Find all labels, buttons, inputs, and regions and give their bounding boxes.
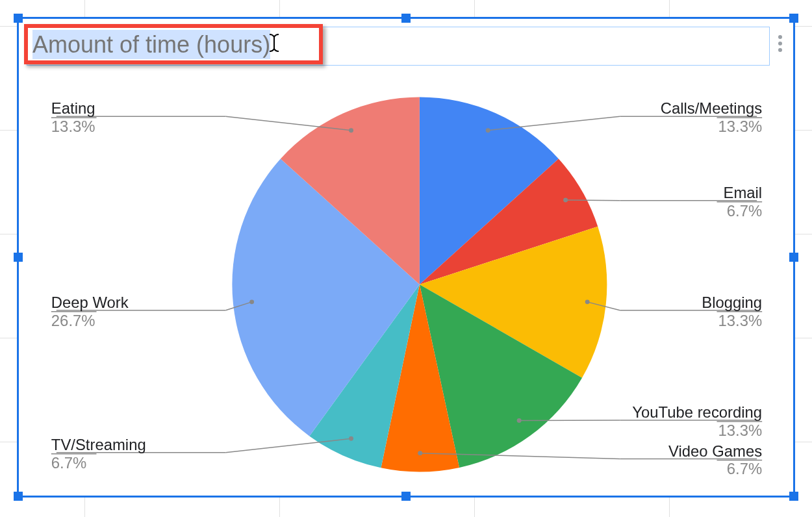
label-email: Email6.7% (717, 184, 763, 220)
resize-handle-bl[interactable] (14, 492, 23, 501)
svg-text:Calls/Meetings: Calls/Meetings (661, 99, 763, 117)
svg-text:6.7%: 6.7% (51, 454, 86, 472)
chart-title-input[interactable]: Amount of time (hours) (27, 27, 770, 66)
svg-text:13.3%: 13.3% (718, 118, 762, 135)
resize-handle-ml[interactable] (14, 253, 23, 262)
svg-text:13.3%: 13.3% (718, 312, 762, 329)
svg-text:6.7%: 6.7% (727, 460, 762, 477)
resize-handle-tr[interactable] (789, 14, 798, 23)
resize-handle-mr[interactable] (789, 253, 798, 262)
svg-text:13.3%: 13.3% (51, 118, 95, 135)
pie-chart-body: Calls/Meetings13.3%Email6.7%Blogging13.3… (32, 77, 780, 489)
text-cursor-icon (267, 33, 281, 53)
resize-handle-br[interactable] (789, 492, 798, 501)
svg-text:Blogging: Blogging (702, 294, 762, 311)
resize-handle-bm[interactable] (401, 492, 411, 501)
svg-text:6.7%: 6.7% (727, 202, 762, 220)
svg-text:Email: Email (723, 184, 762, 201)
label-blogging: Blogging13.3% (702, 294, 762, 329)
label-tv-streaming: TV/Streaming6.7% (51, 436, 146, 472)
chart-menu-button[interactable] (774, 31, 787, 57)
svg-text:26.7%: 26.7% (51, 312, 95, 329)
svg-line-7 (566, 200, 620, 201)
svg-text:Deep Work: Deep Work (51, 294, 129, 311)
resize-handle-tl[interactable] (14, 14, 23, 23)
chart-title-editor[interactable]: Amount of time (hours) (27, 27, 770, 66)
resize-handle-tm[interactable] (401, 14, 411, 23)
svg-text:YouTube recording: YouTube recording (632, 403, 762, 421)
label-deep-work: Deep Work26.7% (51, 294, 129, 329)
label-calls-meetings: Calls/Meetings13.3% (661, 99, 763, 135)
svg-text:TV/Streaming: TV/Streaming (51, 436, 146, 453)
svg-text:Eating: Eating (51, 99, 95, 117)
label-eating: Eating13.3% (51, 99, 97, 135)
label-youtube-recording: YouTube recording13.3% (632, 403, 762, 439)
chart-title-text: Amount of time (hours) (32, 30, 270, 59)
svg-text:13.3%: 13.3% (718, 422, 762, 439)
svg-text:Video Games: Video Games (668, 442, 762, 460)
chart-selection-frame[interactable]: Amount of time (hours) Calls/Meetings13.… (17, 17, 795, 498)
svg-line-19 (519, 420, 620, 421)
label-video-games: Video Games6.7% (668, 442, 762, 478)
